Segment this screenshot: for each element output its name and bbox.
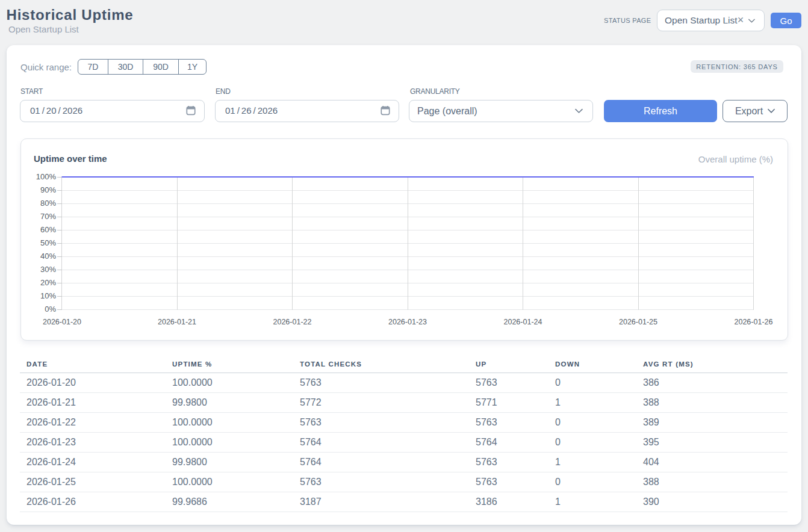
svg-text:60%: 60% (40, 225, 56, 234)
svg-text:20%: 20% (40, 278, 56, 287)
svg-text:2026-01-23: 2026-01-23 (388, 318, 427, 326)
svg-text:2026-01-20: 2026-01-20 (43, 318, 81, 326)
svg-text:90%: 90% (40, 185, 56, 194)
svg-text:30%: 30% (40, 265, 56, 274)
svg-text:10%: 10% (40, 291, 56, 300)
svg-text:100%: 100% (36, 172, 57, 181)
svg-text:2026-01-21: 2026-01-21 (158, 318, 196, 326)
svg-text:70%: 70% (40, 212, 56, 221)
svg-text:2026-01-22: 2026-01-22 (273, 318, 312, 326)
svg-text:0%: 0% (45, 305, 56, 314)
svg-text:2026-01-24: 2026-01-24 (504, 318, 542, 326)
svg-text:50%: 50% (40, 238, 56, 247)
svg-text:40%: 40% (40, 252, 56, 261)
svg-text:2026-01-26: 2026-01-26 (735, 318, 773, 326)
svg-text:2026-01-25: 2026-01-25 (619, 318, 657, 326)
svg-text:80%: 80% (40, 199, 56, 208)
